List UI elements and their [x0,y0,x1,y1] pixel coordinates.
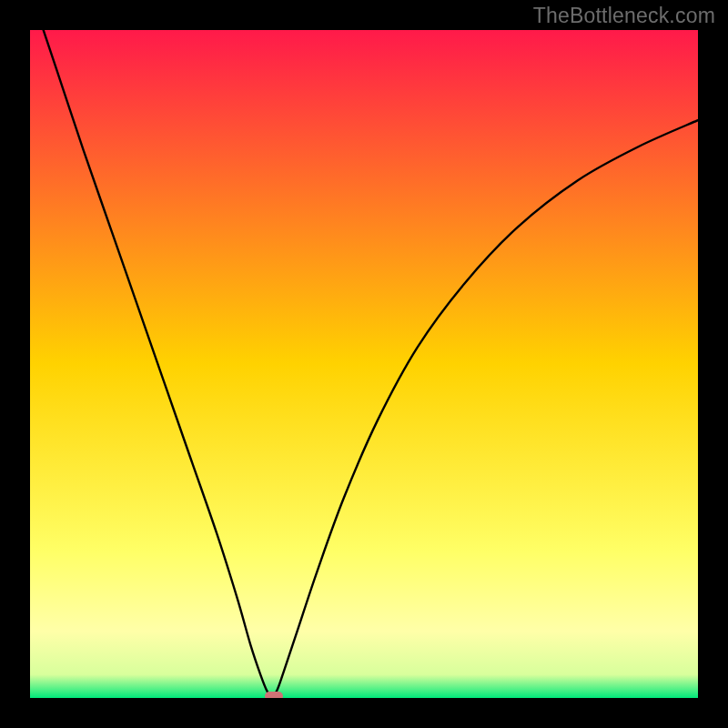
optimum-marker [265,692,284,698]
plot-area [30,30,698,698]
plot-svg [30,30,698,698]
gradient-background [30,30,698,698]
chart-frame: TheBottleneck.com [0,0,728,728]
watermark-label: TheBottleneck.com [533,4,715,28]
